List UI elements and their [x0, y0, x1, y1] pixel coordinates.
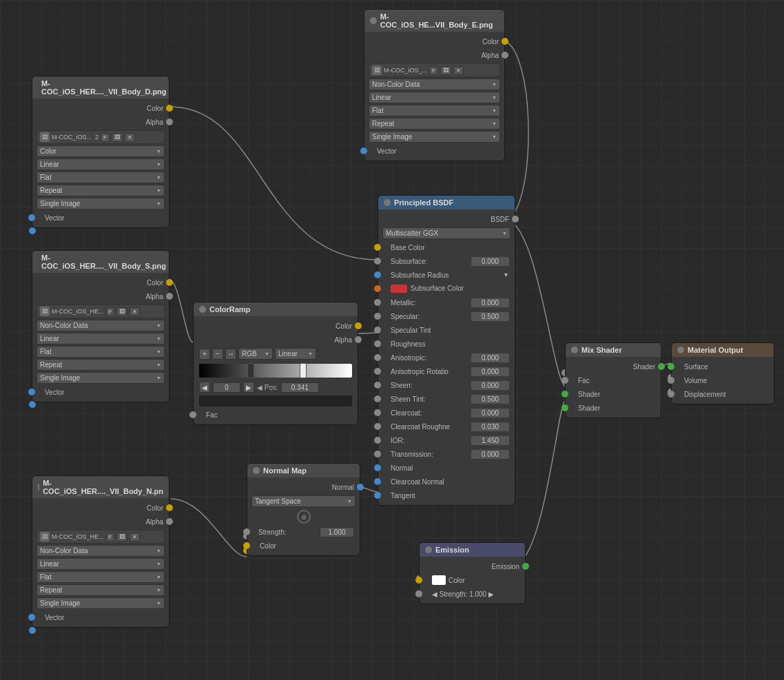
bsdf-transmission-value[interactable]: 0.000: [471, 450, 509, 459]
body-n-alpha-socket[interactable]: [166, 518, 173, 525]
bsdf-clearcoat-socket[interactable]: [374, 409, 381, 416]
bsdf-ior-value[interactable]: 1.450: [471, 436, 509, 445]
bsdf-output-socket[interactable]: [512, 216, 519, 223]
material-output-displacement-socket[interactable]: [668, 391, 674, 398]
bsdf-tangent-socket[interactable]: [374, 492, 381, 499]
body-s-non-color[interactable]: Non-Color Data: [37, 320, 165, 331]
bsdf-subsurface-socket[interactable]: [374, 258, 381, 265]
bsdf-specular-tint-socket[interactable]: [374, 327, 381, 333]
normalmap-color-socket[interactable]: [243, 542, 250, 549]
body-e-linear[interactable]: Linear: [369, 92, 500, 103]
body-d-repeat[interactable]: Repeat: [37, 185, 165, 196]
bsdf-base-color-socket[interactable]: [374, 244, 381, 251]
body-s-repeat[interactable]: Repeat: [37, 359, 165, 371]
bsdf-subsurface-radius-socket[interactable]: [374, 271, 381, 278]
body-s-linear[interactable]: Linear: [37, 333, 165, 344]
bsdf-subsurface-value[interactable]: 0.000: [471, 257, 509, 266]
bsdf-normal-socket[interactable]: [374, 464, 381, 471]
body-s-single-image[interactable]: Single Image: [37, 372, 165, 384]
normalmap-collapse[interactable]: [253, 467, 260, 474]
bsdf-sheen-tint-socket[interactable]: [374, 395, 381, 402]
mix-shader-collapse[interactable]: [571, 347, 578, 353]
body-s-alpha-socket[interactable]: [166, 293, 173, 300]
body-d-img-btn[interactable]: 🖼: [112, 133, 123, 142]
body-s-img-btn[interactable]: 🖼: [116, 307, 127, 316]
bsdf-sheen-tint-value[interactable]: 0.500: [471, 395, 509, 404]
colorramp-alpha-socket[interactable]: [355, 336, 362, 343]
bsdf-clearcoat-value[interactable]: 0.000: [471, 409, 509, 418]
body-n-linear[interactable]: Linear: [37, 558, 165, 570]
bsdf-distribution[interactable]: Multiscatter GGX: [382, 227, 510, 239]
mix-shader-shader1-socket[interactable]: [561, 391, 568, 398]
body-e-img-btn[interactable]: 🖼: [440, 66, 451, 75]
body-d-vector-socket[interactable]: [28, 214, 35, 221]
colorramp-pos-field[interactable]: [281, 382, 319, 393]
body-e-vector-socket[interactable]: [360, 147, 367, 154]
colorramp-color-socket[interactable]: [355, 322, 362, 329]
body-d-flat[interactable]: Flat: [37, 172, 165, 183]
body-n-color-socket[interactable]: [166, 504, 173, 511]
emission-output-socket[interactable]: [522, 563, 529, 570]
body-s-x-btn[interactable]: ✕: [130, 307, 140, 316]
colorramp-fac-socket[interactable]: [189, 411, 196, 418]
body-e-color-socket[interactable]: [502, 38, 508, 45]
colorramp-add-btn[interactable]: +: [199, 349, 210, 360]
body-e-collapse[interactable]: [370, 17, 377, 24]
body-s-f-btn[interactable]: F: [106, 307, 115, 316]
normalmap-strength-socket[interactable]: [243, 528, 250, 535]
body-d-x-btn[interactable]: ✕: [125, 133, 135, 142]
bsdf-roughness-socket[interactable]: [374, 340, 381, 347]
body-e-x-btn[interactable]: ✕: [453, 66, 464, 75]
bsdf-collapse[interactable]: [384, 199, 391, 206]
material-output-collapse[interactable]: [677, 347, 684, 353]
bsdf-anisotropic-value[interactable]: 0.000: [471, 353, 509, 362]
emission-strength-socket[interactable]: [415, 590, 422, 597]
bsdf-ior-socket[interactable]: [374, 437, 381, 444]
colorramp-collapse[interactable]: [199, 306, 206, 313]
colorramp-remove-btn[interactable]: −: [212, 349, 223, 360]
normalmap-normal-socket[interactable]: [357, 484, 364, 491]
normalmap-space[interactable]: Tangent Space: [251, 495, 355, 507]
colorramp-handle-2[interactable]: [300, 363, 307, 378]
body-n-x-btn[interactable]: ✕: [130, 533, 140, 542]
bsdf-specular-socket[interactable]: [374, 313, 381, 320]
body-n-img-btn[interactable]: 🖼: [116, 533, 127, 542]
material-output-surface-socket[interactable]: [668, 363, 674, 370]
body-n-single-image[interactable]: Single Image: [37, 597, 165, 609]
emission-color-socket[interactable]: [415, 577, 422, 584]
body-d-color-socket[interactable]: [166, 105, 173, 112]
normalmap-strength-field[interactable]: [320, 527, 354, 537]
body-e-single-image[interactable]: Single Image: [369, 131, 500, 143]
colorramp-arrows-btn[interactable]: ↔: [225, 349, 236, 360]
colorramp-left-arrow[interactable]: ◀: [199, 382, 210, 393]
bsdf-clearcoat-roughness-value[interactable]: 0.030: [471, 422, 509, 431]
bsdf-metallic-socket[interactable]: [374, 299, 381, 306]
mix-shader-output-socket[interactable]: [658, 363, 665, 370]
body-e-f-btn[interactable]: F: [429, 66, 438, 75]
bsdf-metallic-value[interactable]: 0.000: [471, 298, 509, 307]
mix-shader-fac-socket[interactable]: [561, 377, 568, 384]
bsdf-sheen-value[interactable]: 0.000: [471, 381, 509, 390]
material-output-volume-socket[interactable]: [668, 377, 674, 384]
colorramp-right-arrow[interactable]: ▶: [243, 382, 254, 393]
bsdf-specular-value[interactable]: 0.500: [471, 312, 509, 321]
bsdf-anisotropic-rotation-value[interactable]: 0.000: [471, 367, 509, 376]
colorramp-linear-mode[interactable]: Linear: [275, 348, 316, 360]
bsdf-transmission-socket[interactable]: [374, 451, 381, 457]
colorramp-rgb-mode[interactable]: RGB: [238, 348, 273, 360]
bsdf-clearcoat-normal-socket[interactable]: [374, 478, 381, 485]
bsdf-clearcoat-roughness-socket[interactable]: [374, 423, 381, 430]
body-d-linear[interactable]: Linear: [37, 158, 165, 170]
mix-shader-shader2-socket[interactable]: [561, 404, 568, 411]
body-e-repeat[interactable]: Repeat: [369, 118, 500, 130]
bsdf-sheen-socket[interactable]: [374, 382, 381, 389]
body-s-color-socket[interactable]: [166, 279, 173, 286]
body-e-non-color[interactable]: Non-Color Data: [369, 79, 500, 90]
body-d-color-mode[interactable]: Color: [37, 145, 165, 157]
body-n-flat[interactable]: Flat: [37, 571, 165, 583]
colorramp-handle-1[interactable]: [247, 363, 254, 378]
body-n-collapse[interactable]: [38, 484, 39, 491]
body-s-vector-socket[interactable]: [28, 389, 35, 395]
body-n-non-color[interactable]: Non-Color Data: [37, 545, 165, 557]
bsdf-anisotropic-socket[interactable]: [374, 354, 381, 361]
